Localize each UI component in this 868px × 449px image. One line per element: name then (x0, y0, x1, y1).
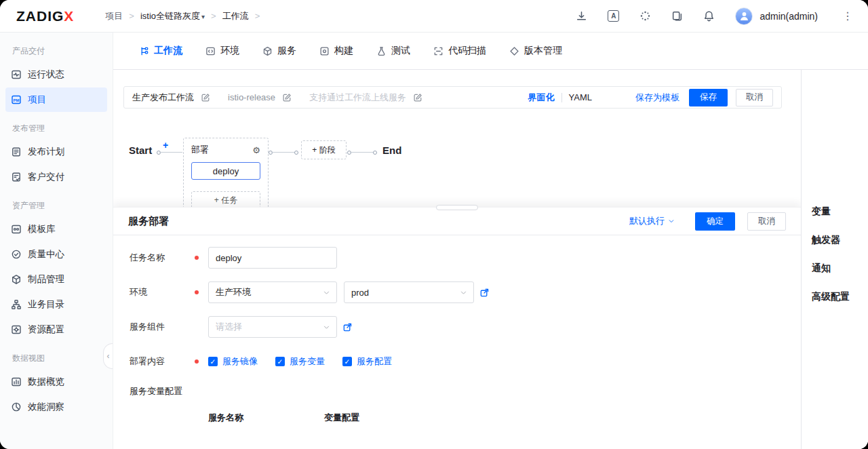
build-icon (319, 46, 330, 56)
edit-key-icon[interactable] (282, 93, 292, 102)
namespace-select[interactable]: prod (344, 281, 474, 303)
sidebar-item-data-overview[interactable]: 数据概览 (5, 370, 107, 394)
sidebar-item-release-plan[interactable]: 发布计划 (5, 140, 107, 164)
drawer-actions: 默认执行 确定 取消 (629, 212, 786, 231)
checkbox-service-config[interactable]: 服务配置 (342, 355, 392, 368)
project-tabbar: 工作流 环境 服务 构建 测试 (113, 33, 868, 70)
docs-icon[interactable] (671, 10, 683, 22)
rail-item-notifications[interactable]: 通知 (812, 262, 868, 275)
main-area: 工作流 环境 服务 构建 测试 (113, 33, 868, 449)
workflow-editor: 生产发布工作流 istio-release 支持通过工作流上线服务 界面化 YA… (113, 70, 868, 449)
variables-table-header: 服务名称 变量配置 (208, 412, 785, 424)
add-stage-button[interactable]: + 阶段 (301, 140, 347, 159)
exec-mode-dropdown[interactable]: 默认执行 (629, 215, 675, 227)
workflow-description-placeholder[interactable]: 支持通过工作流上线服务 (309, 92, 406, 104)
tab-label: 构建 (334, 45, 353, 57)
resource-config-icon (11, 324, 22, 335)
save-as-template-link[interactable]: 保存为模板 (635, 92, 679, 104)
drawer-cancel-button[interactable]: 取消 (747, 212, 786, 231)
checkbox-service-variables[interactable]: 服务变量 (275, 355, 325, 368)
sidebar-item-quality-center[interactable]: 质量中心 (5, 242, 107, 267)
edit-name-icon[interactable] (201, 93, 210, 102)
tab-workflow[interactable]: 工作流 (139, 45, 182, 57)
ai-sparkle-icon[interactable] (639, 10, 651, 22)
mode-ui-toggle[interactable]: 界面化 (528, 92, 555, 104)
breadcrumb-item-workflow[interactable]: 工作流 (222, 10, 249, 22)
notification-bell-icon[interactable] (703, 10, 715, 22)
column-service-name: 服务名称 (208, 412, 324, 424)
font-size-icon[interactable]: A (608, 10, 619, 22)
service-deploy-drawer: 服务部署 默认执行 确定 取消 任务名称 (113, 207, 801, 449)
sidebar: 产品交付 运行状态 PM 项目 发布管理 发布计划 客户交付 资产管理 模板库 (0, 33, 113, 449)
rail-item-advanced-config[interactable]: 高级配置 (812, 291, 868, 303)
stage-deploy[interactable]: 部署 ⚙ deploy + 任务 (183, 138, 269, 211)
rail-item-variables[interactable]: 变量 (812, 206, 868, 218)
sidebar-collapse-handle[interactable]: ‹ (103, 343, 113, 369)
stage-settings-gear-icon[interactable]: ⚙ (252, 146, 260, 155)
tab-test[interactable]: 测试 (376, 45, 410, 57)
cancel-button[interactable]: 取消 (736, 89, 773, 106)
download-icon[interactable] (576, 10, 587, 22)
sidebar-item-business-catalog[interactable]: 业务目录 (5, 292, 107, 317)
logo-text: ZADIG (16, 8, 64, 24)
sidebar-section-title: 产品交付 (0, 35, 113, 62)
test-icon (376, 46, 387, 56)
sidebar-item-label: 数据概览 (28, 376, 64, 388)
code-scan-icon (433, 46, 443, 56)
tab-environment[interactable]: 环境 (205, 45, 239, 57)
open-environment-link-icon[interactable] (479, 288, 490, 298)
edit-description-icon[interactable] (413, 93, 422, 102)
breadcrumb-item-projects[interactable]: 项目 (105, 10, 123, 22)
user-menu[interactable]: admin(admin) (735, 7, 818, 25)
form-row-environment: 环境 生产环境 prod (130, 281, 785, 303)
kebab-menu-icon[interactable]: ⋮ (842, 9, 853, 22)
tab-label: 服务 (277, 45, 296, 57)
workflow-icon (139, 46, 149, 56)
open-service-link-icon[interactable] (342, 322, 353, 332)
tab-code-scan[interactable]: 代码扫描 (433, 45, 486, 57)
workflow-settings-rail: 变量 触发器 通知 高级配置 (801, 70, 868, 449)
workflow-name[interactable]: 生产发布工作流 (132, 92, 194, 104)
save-button[interactable]: 保存 (689, 89, 728, 106)
tab-service[interactable]: 服务 (262, 45, 296, 57)
logo[interactable]: ZADIGX (16, 8, 74, 24)
svg-text:PM: PM (14, 98, 20, 102)
version-icon (509, 46, 519, 56)
tab-version[interactable]: 版本管理 (509, 45, 562, 57)
service-component-placeholder: 请选择 (216, 321, 242, 333)
logo-accent: X (64, 8, 74, 24)
breadcrumb-item-project-name[interactable]: istio全链路灰度▾ (140, 10, 205, 22)
performance-insight-icon (11, 402, 22, 412)
checkbox-service-image[interactable]: 服务镜像 (208, 355, 258, 368)
rail-item-triggers[interactable]: 触发器 (812, 234, 868, 246)
mode-yaml-toggle[interactable]: YAML (569, 92, 592, 102)
confirm-button[interactable]: 确定 (695, 212, 735, 231)
sidebar-item-projects[interactable]: PM 项目 (5, 87, 107, 112)
release-plan-icon (11, 147, 22, 157)
drawer-header: 服务部署 默认执行 确定 取消 (113, 208, 801, 235)
environment-label: 环境 (130, 286, 195, 298)
sidebar-item-run-status[interactable]: 运行状态 (5, 62, 107, 87)
header-actions: A admin(admin) ⋮ (576, 7, 853, 25)
form-row-task-name: 任务名称 (130, 247, 785, 269)
column-variable-config: 变量配置 (324, 412, 359, 424)
required-dot (195, 290, 199, 294)
sidebar-item-template-library[interactable]: 模板库 (5, 217, 107, 241)
tab-build[interactable]: 构建 (319, 45, 353, 57)
environment-select[interactable]: 生产环境 (208, 281, 337, 303)
sidebar-item-performance-insight[interactable]: 效能洞察 (5, 395, 107, 419)
sidebar-item-artifact-management[interactable]: 制品管理 (5, 267, 107, 292)
namespace-select-value: prod (351, 288, 369, 298)
task-name-input[interactable] (208, 247, 337, 269)
project-icon: PM (11, 94, 22, 105)
job-deploy[interactable]: deploy (191, 162, 260, 180)
sidebar-item-resource-config[interactable]: 资源配置 (5, 317, 107, 342)
deploy-content-label: 部署内容 (130, 355, 195, 368)
add-stage-plus-icon[interactable]: + (163, 140, 168, 151)
workflow-key[interactable]: istio-release (228, 92, 275, 102)
sidebar-item-customer-delivery[interactable]: 客户交付 (5, 165, 107, 189)
service-component-select[interactable]: 请选择 (208, 316, 337, 338)
task-name-label: 任务名称 (130, 252, 195, 264)
drawer-drag-handle[interactable] (436, 205, 478, 210)
username: admin(admin) (760, 11, 818, 22)
